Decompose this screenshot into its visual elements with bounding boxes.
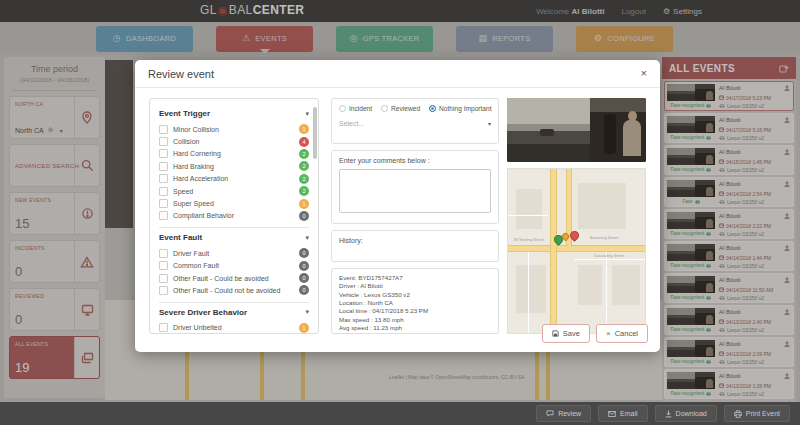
status-radio[interactable]: Nothing Important <box>429 105 491 112</box>
trigger-item: Collision 4 <box>159 135 309 147</box>
radio-circle[interactable] <box>381 105 388 112</box>
close-icon[interactable]: × <box>641 68 647 79</box>
checkbox[interactable] <box>159 249 168 258</box>
x-icon: × <box>606 329 611 338</box>
chevron-down-icon[interactable]: ▾ <box>305 110 309 118</box>
status-radio-group: Incident Reviewed Nothing Important <box>339 105 491 112</box>
event-trigger-header: Event Trigger ▾ <box>159 109 309 118</box>
behavior-item: Driver Unbelted 1 <box>159 322 309 334</box>
map-road <box>508 245 646 252</box>
divider <box>159 302 309 303</box>
history-label: History: <box>339 237 491 244</box>
trigger-label: Collision <box>173 138 199 145</box>
checkbox[interactable] <box>159 211 168 220</box>
comments-label: Enter your comments below : <box>339 157 491 164</box>
modal-header: Review event × <box>135 60 660 88</box>
chevron-down-icon[interactable]: ▾ <box>305 308 309 316</box>
status-box: Incident Reviewed Nothing Important Sele… <box>331 98 499 144</box>
trigger-label: Speed <box>173 188 193 195</box>
trigger-label: Hard Braking <box>173 163 214 170</box>
comments-box: Enter your comments below : <box>331 150 499 224</box>
select-placeholder: Select... <box>339 120 364 127</box>
event-detail-line: Local time : 04/17/2018 5:23 PM <box>339 307 491 315</box>
checkbox[interactable] <box>159 162 168 171</box>
event-detail-line: Location : North CA <box>339 299 491 307</box>
map-street-label: Browning Street <box>590 235 618 240</box>
trigger-label: Hard Cornering <box>173 150 221 157</box>
scrollbar-thumb[interactable] <box>313 107 317 159</box>
event-detail-line: Event: BYD1757427A7 <box>339 274 491 282</box>
cancel-button[interactable]: × Cancel <box>596 324 648 343</box>
comments-textarea[interactable] <box>339 169 491 213</box>
event-fault-header: Event Fault ▾ <box>159 233 309 242</box>
event-trigger-list: Minor Collision 1 Collision 4 Hard Corne… <box>159 123 309 222</box>
radio-label: Reviewed <box>391 105 420 112</box>
review-button[interactable]: Review <box>536 405 591 422</box>
fault-label: Other Fault - Could be avoided <box>173 275 269 282</box>
review-event-modal: Review event × Event Trigger ▾ Minor Col… <box>135 60 660 352</box>
event-action-bar: Review Email Download Print Event <box>0 402 800 425</box>
checkbox[interactable] <box>159 187 168 196</box>
count-badge: 0 <box>299 273 309 283</box>
save-button[interactable]: Save <box>542 324 590 343</box>
count-badge: 0 <box>299 285 309 295</box>
history-box: History: <box>331 230 499 262</box>
status-radio[interactable]: Incident <box>339 105 372 112</box>
trigger-item: Hard Cornering 2 <box>159 148 309 160</box>
event-filters-panel: Event Trigger ▾ Minor Collision 1 Collis… <box>149 98 319 334</box>
event-detail-line: Avg speed : 11.23 mph <box>339 324 491 332</box>
trigger-item: Hard Braking 2 <box>159 160 309 172</box>
event-fault-list: Driver Fault 0 Common Fault 0 Other Faul… <box>159 247 309 297</box>
printer-icon <box>734 410 742 418</box>
count-badge: 1 <box>299 124 309 134</box>
dashcam-video-thumbnail[interactable] <box>507 98 646 162</box>
checkbox[interactable] <box>159 274 168 283</box>
count-badge: 2 <box>299 161 309 171</box>
checkbox[interactable] <box>159 199 168 208</box>
fault-label: Other Fault - Could not be avoided <box>173 287 280 294</box>
chevron-down-icon: ▾ <box>488 120 491 127</box>
reason-select[interactable]: Select... ▾ <box>339 120 491 127</box>
fault-item: Other Fault - Could not be avoided 0 <box>159 284 309 296</box>
fault-item: Other Fault - Could be avoided 0 <box>159 272 309 284</box>
count-badge: 2 <box>299 186 309 196</box>
checkbox[interactable] <box>159 137 168 146</box>
fault-label: Driver Fault <box>173 250 209 257</box>
chevron-down-icon[interactable]: ▾ <box>305 234 309 242</box>
trigger-label: Super Speed <box>173 200 214 207</box>
download-button[interactable]: Download <box>655 405 717 422</box>
checkbox[interactable] <box>159 286 168 295</box>
radio-circle[interactable] <box>429 105 436 112</box>
event-details-box: Event: BYD1757427A7 Driver : Al Bilotti … <box>331 268 499 334</box>
envelope-icon <box>608 411 616 417</box>
event-detail-line: Vehicle : Lexus GS350 v2 <box>339 291 491 299</box>
modal-actions: Save × Cancel <box>542 324 648 343</box>
modal-title: Review event <box>148 68 214 80</box>
checkbox[interactable] <box>159 261 168 270</box>
count-badge: 0 <box>299 248 309 258</box>
map-road <box>550 169 557 334</box>
radio-circle[interactable] <box>339 105 346 112</box>
count-badge: 0 <box>299 261 309 271</box>
status-radio[interactable]: Reviewed <box>381 105 420 112</box>
fault-item: Driver Fault 0 <box>159 247 309 259</box>
fault-item: Common Fault 0 <box>159 260 309 272</box>
print-event-button[interactable]: Print Event <box>724 405 790 422</box>
comment-icon <box>546 410 554 417</box>
trigger-item: Hard Acceleration 2 <box>159 173 309 185</box>
radio-label: Nothing Important <box>439 105 491 112</box>
count-badge: 1 <box>299 323 309 333</box>
behavior-label: Driver Unbelted <box>173 324 222 331</box>
event-detail-line: Max speed : 13.80 mph <box>339 316 491 324</box>
checkbox[interactable] <box>159 125 168 134</box>
checkbox[interactable] <box>159 323 168 332</box>
map-street-label: Datavalley Street <box>594 253 624 258</box>
email-button[interactable]: Email <box>598 405 648 422</box>
divider <box>159 227 309 228</box>
checkbox[interactable] <box>159 174 168 183</box>
checkbox[interactable] <box>159 149 168 158</box>
event-location-map[interactable]: W Sterling Street Browning Street Datava… <box>507 168 646 334</box>
severe-behavior-header: Severe Driver Behavior ▾ <box>159 308 309 317</box>
count-badge: 1 <box>299 199 309 209</box>
trigger-item: Minor Collision 1 <box>159 123 309 135</box>
